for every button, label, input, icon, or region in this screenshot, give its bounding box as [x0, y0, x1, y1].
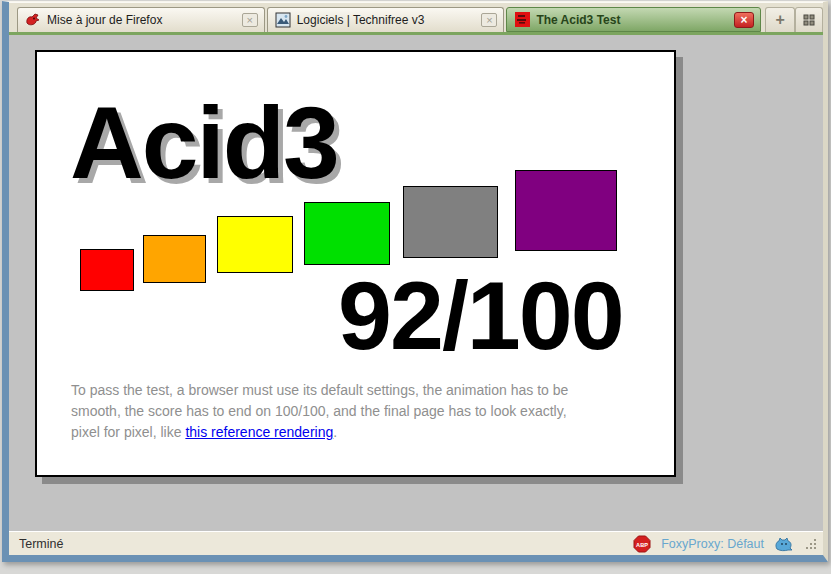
foxyproxy-status[interactable]: FoxyProxy: Défaut [661, 537, 764, 551]
score-box-purple [515, 170, 617, 251]
tab-technifree[interactable]: Logiciels | Technifree v3 × [267, 7, 505, 32]
tab-firefox-update[interactable]: Mise à jour de Firefox × [17, 7, 265, 32]
technifree-favicon [275, 12, 291, 28]
firefox-update-favicon [25, 12, 41, 28]
all-tabs-button[interactable] [795, 7, 823, 32]
foxyproxy-fox-icon[interactable] [774, 536, 794, 552]
desktop: Mise à jour de Firefox × Logiciels | Tec… [0, 0, 831, 574]
acid3-description: To pass the test, a browser must use its… [71, 380, 651, 443]
new-tab-button[interactable]: + [765, 7, 795, 32]
acid3-favicon [514, 12, 530, 28]
tab-acid3-active[interactable]: The Acid3 Test × [506, 7, 761, 32]
browser-window: Mise à jour de Firefox × Logiciels | Tec… [2, 1, 828, 562]
score-box-gray [403, 186, 498, 258]
description-line2: smooth, the score has to end on 100/100,… [71, 401, 651, 422]
acid3-score: 92/100 [338, 267, 623, 364]
tab-close-icon[interactable]: × [481, 13, 497, 27]
reference-rendering-link[interactable]: this reference rendering [185, 424, 333, 440]
status-text: Terminé [19, 537, 633, 551]
tab-strip: Mise à jour de Firefox × Logiciels | Tec… [9, 2, 823, 32]
abp-text: ABP [636, 541, 648, 547]
tab-label: The Acid3 Test [536, 13, 728, 27]
score-box-orange [143, 235, 206, 283]
tab-close-icon[interactable]: × [734, 12, 754, 28]
acid3-test-page: Acid3 92/100 To pass the test, a browser… [35, 50, 676, 477]
status-bar: Terminé ABP FoxyProxy: Défaut [9, 531, 823, 555]
acid3-heading: Acid3 [70, 92, 338, 194]
tab-label: Logiciels | Technifree v3 [297, 13, 476, 27]
description-line3-after: . [333, 424, 337, 440]
score-box-green [304, 202, 390, 265]
score-box-yellow [217, 216, 293, 273]
tab-close-icon[interactable]: × [242, 13, 258, 27]
description-line3-before: pixel for pixel, like [71, 424, 185, 440]
tab-grid-icon [803, 14, 815, 26]
description-line3: pixel for pixel, like this reference ren… [71, 422, 651, 443]
resize-grip[interactable] [804, 537, 817, 550]
description-line1: To pass the test, a browser must use its… [71, 380, 651, 401]
adblock-plus-icon[interactable]: ABP [633, 535, 651, 553]
browser-viewport: Acid3 92/100 To pass the test, a browser… [9, 35, 823, 531]
score-box-red [80, 249, 134, 291]
tab-label: Mise à jour de Firefox [47, 13, 236, 27]
